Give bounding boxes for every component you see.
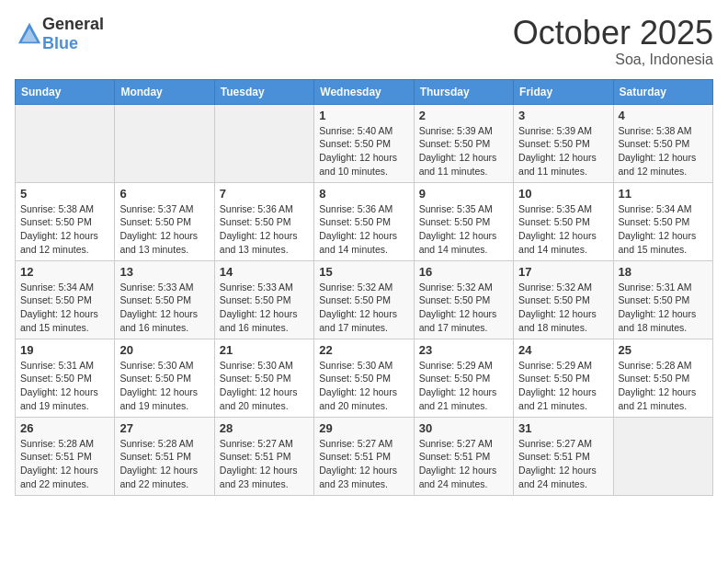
day-number: 6	[119, 187, 209, 201]
calendar-week-4: 19Sunrise: 5:31 AM Sunset: 5:50 PM Dayli…	[16, 339, 713, 417]
day-number: 5	[20, 187, 109, 201]
calendar-week-2: 5Sunrise: 5:38 AM Sunset: 5:50 PM Daylig…	[16, 182, 713, 260]
day-info: Sunrise: 5:32 AM Sunset: 5:50 PM Dayligh…	[518, 281, 608, 335]
calendar-cell	[16, 104, 115, 182]
day-info: Sunrise: 5:38 AM Sunset: 5:50 PM Dayligh…	[20, 202, 109, 257]
weekday-header-sunday: Sunday	[16, 79, 115, 104]
day-info: Sunrise: 5:31 AM Sunset: 5:50 PM Dayligh…	[619, 281, 708, 335]
day-info: Sunrise: 5:36 AM Sunset: 5:50 PM Dayligh…	[220, 202, 309, 257]
day-info: Sunrise: 5:34 AM Sunset: 5:50 PM Dayligh…	[619, 202, 708, 257]
calendar-cell: 2Sunrise: 5:39 AM Sunset: 5:50 PM Daylig…	[414, 104, 513, 182]
weekday-header-friday: Friday	[514, 79, 613, 104]
day-number: 19	[20, 343, 109, 357]
logo: General Blue	[15, 15, 104, 53]
day-number: 12	[20, 265, 109, 279]
calendar-cell: 17Sunrise: 5:32 AM Sunset: 5:50 PM Dayli…	[514, 260, 613, 339]
day-info: Sunrise: 5:32 AM Sunset: 5:50 PM Dayligh…	[319, 281, 408, 335]
calendar-cell: 18Sunrise: 5:31 AM Sunset: 5:50 PM Dayli…	[613, 260, 712, 339]
day-number: 23	[419, 343, 508, 357]
calendar-table: SundayMondayTuesdayWednesdayThursdayFrid…	[15, 79, 713, 496]
calendar-cell: 29Sunrise: 5:27 AM Sunset: 5:51 PM Dayli…	[314, 417, 414, 495]
day-info: Sunrise: 5:30 AM Sunset: 5:50 PM Dayligh…	[119, 359, 209, 413]
day-info: Sunrise: 5:29 AM Sunset: 5:50 PM Dayligh…	[419, 359, 508, 413]
calendar-cell: 10Sunrise: 5:35 AM Sunset: 5:50 PM Dayli…	[514, 182, 613, 260]
day-number: 21	[220, 343, 309, 357]
day-number: 25	[619, 343, 708, 357]
day-number: 9	[419, 187, 508, 201]
calendar-cell: 25Sunrise: 5:28 AM Sunset: 5:50 PM Dayli…	[613, 339, 712, 417]
calendar-week-5: 26Sunrise: 5:28 AM Sunset: 5:51 PM Dayli…	[16, 417, 713, 495]
calendar-cell: 3Sunrise: 5:39 AM Sunset: 5:50 PM Daylig…	[514, 104, 613, 182]
day-number: 13	[119, 265, 209, 279]
day-info: Sunrise: 5:33 AM Sunset: 5:50 PM Dayligh…	[119, 281, 209, 335]
calendar-cell: 20Sunrise: 5:30 AM Sunset: 5:50 PM Dayli…	[115, 339, 214, 417]
calendar-cell: 23Sunrise: 5:29 AM Sunset: 5:50 PM Dayli…	[414, 339, 513, 417]
day-number: 15	[319, 265, 408, 279]
calendar-cell: 14Sunrise: 5:33 AM Sunset: 5:50 PM Dayli…	[214, 260, 313, 339]
logo-icon	[17, 21, 42, 47]
calendar-cell	[214, 104, 313, 182]
day-info: Sunrise: 5:27 AM Sunset: 5:51 PM Dayligh…	[220, 437, 309, 491]
day-number: 11	[619, 187, 708, 201]
day-number: 29	[319, 421, 408, 435]
day-number: 28	[220, 421, 309, 435]
calendar-cell: 30Sunrise: 5:27 AM Sunset: 5:51 PM Dayli…	[414, 417, 513, 495]
calendar-cell: 4Sunrise: 5:38 AM Sunset: 5:50 PM Daylig…	[613, 104, 712, 182]
day-info: Sunrise: 5:29 AM Sunset: 5:50 PM Dayligh…	[518, 359, 608, 413]
day-number: 31	[518, 421, 608, 435]
day-number: 22	[319, 343, 408, 357]
day-info: Sunrise: 5:27 AM Sunset: 5:51 PM Dayligh…	[518, 437, 608, 491]
day-number: 27	[119, 421, 209, 435]
calendar-cell: 13Sunrise: 5:33 AM Sunset: 5:50 PM Dayli…	[115, 260, 214, 339]
page-header: General Blue October 2025 Soa, Indonesia	[15, 15, 713, 68]
day-info: Sunrise: 5:34 AM Sunset: 5:50 PM Dayligh…	[20, 281, 109, 335]
day-info: Sunrise: 5:27 AM Sunset: 5:51 PM Dayligh…	[419, 437, 508, 491]
weekday-header-thursday: Thursday	[414, 79, 513, 104]
day-number: 20	[119, 343, 209, 357]
logo-general: General	[42, 15, 104, 33]
day-info: Sunrise: 5:39 AM Sunset: 5:50 PM Dayligh…	[419, 124, 508, 178]
calendar-cell: 31Sunrise: 5:27 AM Sunset: 5:51 PM Dayli…	[514, 417, 613, 495]
calendar-cell: 6Sunrise: 5:37 AM Sunset: 5:50 PM Daylig…	[115, 182, 214, 260]
calendar-cell: 7Sunrise: 5:36 AM Sunset: 5:50 PM Daylig…	[214, 182, 313, 260]
day-number: 4	[619, 109, 708, 122]
day-number: 8	[319, 187, 408, 201]
calendar-cell: 22Sunrise: 5:30 AM Sunset: 5:50 PM Dayli…	[314, 339, 414, 417]
calendar-cell	[613, 417, 712, 495]
calendar-cell: 12Sunrise: 5:34 AM Sunset: 5:50 PM Dayli…	[16, 260, 115, 339]
day-info: Sunrise: 5:33 AM Sunset: 5:50 PM Dayligh…	[220, 281, 309, 335]
day-number: 7	[220, 187, 309, 201]
calendar-cell: 28Sunrise: 5:27 AM Sunset: 5:51 PM Dayli…	[214, 417, 313, 495]
month-title: October 2025	[513, 15, 713, 52]
calendar-cell: 26Sunrise: 5:28 AM Sunset: 5:51 PM Dayli…	[16, 417, 115, 495]
calendar-cell: 27Sunrise: 5:28 AM Sunset: 5:51 PM Dayli…	[115, 417, 214, 495]
title-block: October 2025 Soa, Indonesia	[513, 15, 713, 68]
day-number: 1	[319, 109, 408, 122]
calendar-cell: 16Sunrise: 5:32 AM Sunset: 5:50 PM Dayli…	[414, 260, 513, 339]
day-info: Sunrise: 5:30 AM Sunset: 5:50 PM Dayligh…	[319, 359, 408, 413]
day-number: 14	[220, 265, 309, 279]
weekday-header-saturday: Saturday	[613, 79, 712, 104]
day-number: 26	[20, 421, 109, 435]
day-number: 16	[419, 265, 508, 279]
day-number: 18	[619, 265, 708, 279]
calendar-cell: 8Sunrise: 5:36 AM Sunset: 5:50 PM Daylig…	[314, 182, 414, 260]
day-info: Sunrise: 5:39 AM Sunset: 5:50 PM Dayligh…	[518, 124, 608, 178]
weekday-header-tuesday: Tuesday	[214, 79, 313, 104]
calendar-week-3: 12Sunrise: 5:34 AM Sunset: 5:50 PM Dayli…	[16, 260, 713, 339]
calendar-cell: 5Sunrise: 5:38 AM Sunset: 5:50 PM Daylig…	[16, 182, 115, 260]
calendar-cell: 21Sunrise: 5:30 AM Sunset: 5:50 PM Dayli…	[214, 339, 313, 417]
day-number: 17	[518, 265, 608, 279]
day-info: Sunrise: 5:32 AM Sunset: 5:50 PM Dayligh…	[419, 281, 508, 335]
calendar-cell: 24Sunrise: 5:29 AM Sunset: 5:50 PM Dayli…	[514, 339, 613, 417]
day-info: Sunrise: 5:31 AM Sunset: 5:50 PM Dayligh…	[20, 359, 109, 413]
day-info: Sunrise: 5:27 AM Sunset: 5:51 PM Dayligh…	[319, 437, 408, 491]
weekday-header-row: SundayMondayTuesdayWednesdayThursdayFrid…	[16, 79, 713, 104]
calendar-cell: 15Sunrise: 5:32 AM Sunset: 5:50 PM Dayli…	[314, 260, 414, 339]
calendar-cell: 19Sunrise: 5:31 AM Sunset: 5:50 PM Dayli…	[16, 339, 115, 417]
day-info: Sunrise: 5:35 AM Sunset: 5:50 PM Dayligh…	[419, 202, 508, 257]
calendar-cell: 1Sunrise: 5:40 AM Sunset: 5:50 PM Daylig…	[314, 104, 414, 182]
calendar-week-1: 1Sunrise: 5:40 AM Sunset: 5:50 PM Daylig…	[16, 104, 713, 182]
day-info: Sunrise: 5:30 AM Sunset: 5:50 PM Dayligh…	[220, 359, 309, 413]
calendar-cell: 11Sunrise: 5:34 AM Sunset: 5:50 PM Dayli…	[613, 182, 712, 260]
